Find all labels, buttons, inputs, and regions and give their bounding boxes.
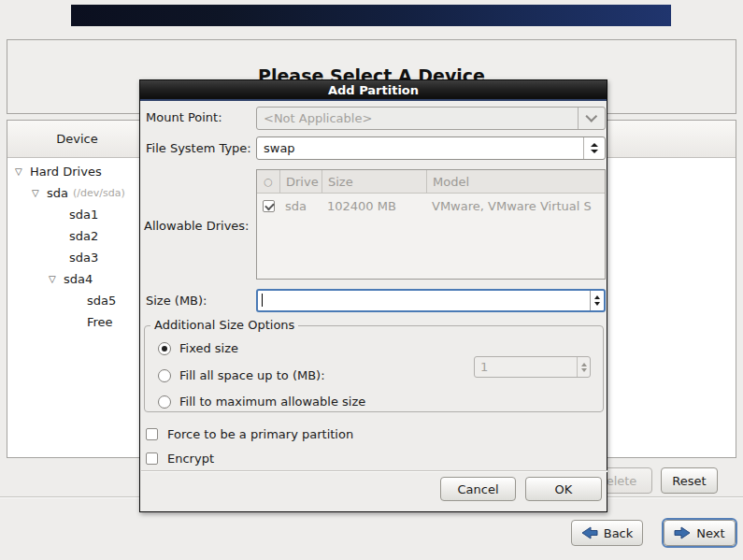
- next-button[interactable]: Next: [664, 520, 736, 546]
- tree-item-path: (/dev/sda): [73, 187, 125, 199]
- tree-item-label: sda3: [69, 251, 98, 265]
- radio-label: Fill to maximum allowable size: [179, 395, 365, 409]
- back-arrow-icon: [581, 526, 598, 539]
- checkbox-icon[interactable]: [146, 428, 158, 440]
- expander-icon[interactable]: ▽: [15, 166, 30, 177]
- next-button-label: Next: [696, 526, 724, 540]
- force-primary-checkbox-row[interactable]: Force to be a primary partition: [146, 427, 353, 441]
- cancel-button[interactable]: Cancel: [440, 477, 516, 501]
- fill-space-value: 1: [475, 357, 577, 377]
- additional-size-options-legend: Additional Size Options: [150, 318, 298, 332]
- additional-size-options-frame: Additional Size Options Fixed size Fill …: [144, 325, 604, 412]
- text-caret: [262, 294, 263, 307]
- device-column-header[interactable]: Device: [7, 121, 148, 158]
- tree-item-label: sda2: [69, 229, 98, 243]
- mount-point-value: <Not Applicable>: [257, 111, 578, 125]
- fs-type-combo[interactable]: swap: [256, 136, 606, 160]
- dialog-title: Add Partition: [328, 83, 419, 97]
- spinner-arrows-icon[interactable]: [590, 291, 604, 310]
- expander-icon[interactable]: ▽: [32, 188, 47, 198]
- size-mb-value: [258, 291, 590, 310]
- radio-icon[interactable]: [158, 395, 171, 409]
- allowable-drives-table: ○ Drive Size Model sda 102400 MB VMware,…: [256, 169, 606, 280]
- fill-space-value-input: 1: [474, 356, 591, 378]
- spinner-arrows-icon: [577, 357, 590, 377]
- model-cell: VMware, VMware Virtual S: [426, 194, 605, 218]
- size-cell: 102400 MB: [321, 194, 426, 218]
- dialog-separator: [141, 470, 607, 472]
- drive-row-sda: sda 102400 MB VMware, VMware Virtual S: [257, 194, 605, 218]
- size-mb-label: Size (MB):: [146, 294, 207, 308]
- drive-cell: sda: [279, 194, 321, 218]
- size-column-header: Size: [321, 170, 426, 193]
- next-arrow-icon: [674, 526, 691, 539]
- tree-item-label: sda5: [87, 294, 116, 308]
- fs-type-label: File System Type:: [146, 141, 251, 155]
- size-mb-input[interactable]: [256, 289, 606, 312]
- checkbox-label: Force to be a primary partition: [167, 427, 353, 441]
- encrypt-checkbox-row[interactable]: Encrypt: [146, 452, 214, 466]
- tree-item-label: sda4: [64, 272, 93, 286]
- model-column-header: Model: [426, 170, 605, 193]
- tree-item-label: sda: [47, 186, 68, 200]
- drive-checkbox: [263, 200, 275, 212]
- ok-button[interactable]: OK: [525, 477, 602, 501]
- dropdown-chevron-icon: [578, 108, 605, 129]
- allowable-drives-label: Allowable Drives:: [144, 219, 249, 233]
- tree-item-label: sda1: [69, 208, 98, 222]
- reset-button[interactable]: Reset: [661, 467, 718, 494]
- radio-icon[interactable]: [158, 342, 171, 355]
- drives-table-header: ○ Drive Size Model: [257, 170, 605, 194]
- checkbox-label: Encrypt: [167, 452, 214, 466]
- tree-item-label: Free: [87, 315, 113, 329]
- radio-label: Fill all space up to (MB):: [179, 368, 325, 382]
- dialog-titlebar[interactable]: Add Partition: [140, 80, 607, 101]
- fixed-size-option[interactable]: Fixed size: [158, 341, 238, 355]
- mount-point-combo: <Not Applicable>: [256, 107, 606, 130]
- add-partition-dialog: Add Partition Mount Point: <Not Applicab…: [139, 79, 607, 512]
- expander-icon[interactable]: ▽: [49, 274, 64, 284]
- fill-max-option[interactable]: Fill to maximum allowable size: [158, 395, 365, 409]
- drive-column-header: Drive: [279, 170, 321, 193]
- back-button-label: Back: [604, 526, 634, 540]
- next-button-focus-ring: Next: [662, 518, 737, 548]
- combo-arrows-icon: [583, 137, 605, 159]
- back-button[interactable]: Back: [571, 520, 643, 546]
- fill-space-option[interactable]: Fill all space up to (MB):: [158, 368, 325, 382]
- checkbox-icon[interactable]: [146, 452, 158, 465]
- mount-point-label: Mount Point:: [146, 110, 222, 124]
- header-banner: [71, 5, 671, 26]
- radio-icon[interactable]: [158, 369, 171, 382]
- radio-column-icon: ○: [257, 176, 279, 188]
- fs-type-value: swap: [257, 141, 583, 155]
- radio-label: Fixed size: [179, 341, 238, 355]
- tree-item-label: Hard Drives: [30, 165, 102, 179]
